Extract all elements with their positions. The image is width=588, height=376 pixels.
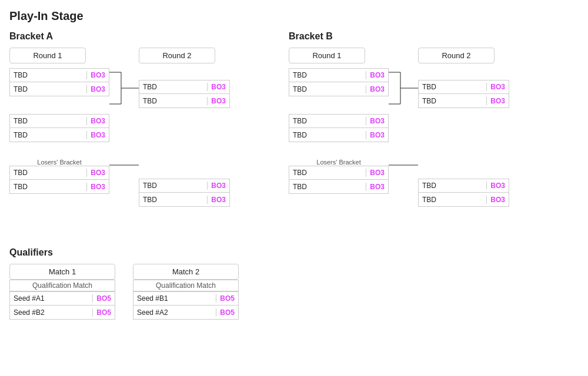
qualifier-match2-label: Match 2 [133, 264, 239, 280]
team-row: TBD BO3 [418, 193, 509, 207]
bo-badge: BO3 [486, 182, 509, 190]
bo-badge: BO3 [86, 183, 109, 191]
team-name: TBD [289, 71, 366, 79]
team-row: TBD BO3 [418, 179, 509, 193]
team-name: TBD [139, 83, 207, 91]
team-row: Seed #B2 BO5 [9, 306, 115, 320]
bo-badge: BO3 [86, 169, 109, 177]
bracket-a-lines [109, 65, 139, 230]
bracket-a-r1-match2: TBD BO3 TBD BO3 [9, 114, 109, 142]
team-row: TBD BO3 [9, 82, 109, 96]
bracket-b-round1-label: Round 1 [289, 48, 365, 63]
bo-badge: BO3 [366, 169, 388, 177]
bracket-a-label: Bracket A [9, 31, 230, 42]
bo-badge: BO3 [207, 83, 229, 91]
bo-badge: BO3 [207, 97, 229, 105]
bracket-a: Bracket A Round 1 TBD BO3 [9, 31, 230, 230]
team-row: TBD BO3 [139, 193, 230, 207]
bracket-b-r1-match2: TBD BO3 TBD BO3 [289, 114, 389, 142]
bracket-b-round2-label: Round 2 [418, 48, 495, 63]
bracket-b-lines [389, 65, 418, 230]
team-name: TBD [289, 169, 366, 177]
team-row: TBD BO3 [289, 128, 389, 142]
bo-badge: BO3 [86, 85, 109, 93]
bracket-b-losers-match: TBD BO3 TBD BO3 [289, 166, 389, 194]
team-name: Seed #B1 [133, 294, 216, 303]
bracket-a-r2-match1: TBD BO3 TBD BO3 [139, 80, 230, 108]
bo-badge: BO3 [366, 183, 388, 191]
team-name: Seed #A2 [133, 308, 216, 317]
qualifier-match1: Match 1 Qualification Match Seed #A1 BO5… [9, 264, 115, 320]
team-row: TBD BO3 [9, 180, 109, 194]
team-name: TBD [289, 117, 366, 125]
bo-badge: BO3 [86, 131, 109, 139]
bo-badge: BO3 [207, 196, 229, 204]
team-row: Seed #A2 BO5 [133, 306, 239, 320]
team-row: Seed #B1 BO5 [133, 291, 239, 306]
bo-badge: BO3 [366, 71, 388, 79]
bracket-b-r2-match1: TBD BO3 TBD BO3 [418, 80, 509, 108]
team-name: Seed #B2 [10, 308, 92, 317]
team-name: TBD [289, 183, 366, 191]
team-name: TBD [139, 196, 207, 204]
team-row: TBD BO3 [9, 114, 109, 128]
team-row: TBD BO3 [418, 94, 509, 108]
bo-badge: BO5 [92, 294, 115, 303]
team-row: TBD BO3 [289, 180, 389, 194]
team-row: TBD BO3 [139, 179, 230, 193]
team-row: Seed #A1 BO5 [9, 291, 115, 306]
qualifiers-label: Qualifiers [9, 247, 579, 258]
team-name: TBD [10, 183, 86, 191]
bracket-a-round1-label: Round 1 [9, 48, 86, 63]
team-name: TBD [10, 131, 86, 139]
bo-badge: BO5 [92, 308, 115, 317]
losers-bracket-label: Losers' Bracket [9, 159, 109, 166]
team-row: TBD BO3 [139, 94, 230, 108]
bo-badge: BO3 [366, 117, 388, 125]
qualifier-match1-sublabel: Qualification Match [9, 280, 115, 291]
team-name: TBD [419, 83, 486, 91]
bracket-a-r1-match1: TBD BO3 TBD BO3 [9, 68, 109, 96]
bracket-b-r2-match2: TBD BO3 TBD BO3 [418, 179, 509, 207]
bo-badge: BO3 [486, 196, 509, 204]
bo-badge: BO3 [86, 117, 109, 125]
bo-badge: BO3 [486, 97, 509, 105]
team-name: TBD [10, 169, 86, 177]
team-name: TBD [139, 182, 207, 190]
team-name: TBD [419, 196, 486, 204]
team-name: TBD [10, 85, 86, 93]
team-row: TBD BO3 [289, 114, 389, 128]
team-row: TBD BO3 [9, 128, 109, 142]
bo-badge: BO3 [366, 85, 388, 93]
team-name: TBD [419, 182, 486, 190]
bracket-b-label: Bracket B [289, 31, 509, 42]
bo-badge: BO5 [216, 294, 238, 303]
bracket-b-r1-match1: TBD BO3 TBD BO3 [289, 68, 389, 96]
qualifier-match2-sublabel: Qualification Match [133, 280, 239, 291]
bo-badge: BO3 [86, 71, 109, 79]
team-row: TBD BO3 [289, 82, 389, 96]
team-row: TBD BO3 [139, 80, 230, 94]
bracket-a-r2-match2: TBD BO3 TBD BO3 [139, 179, 230, 207]
team-name: TBD [139, 97, 207, 105]
team-row: TBD BO3 [9, 166, 109, 180]
bo-badge: BO5 [216, 308, 238, 317]
qualifiers-section: Qualifiers Match 1 Qualification Match S… [9, 247, 579, 320]
team-name: TBD [289, 131, 366, 139]
bo-badge: BO3 [207, 182, 229, 190]
bracket-a-round2-label: Round 2 [139, 48, 215, 63]
team-name: TBD [289, 85, 366, 93]
team-row: TBD BO3 [9, 68, 109, 82]
bracket-b-losers-label: Losers' Bracket [289, 159, 389, 166]
qualifier-match1-label: Match 1 [9, 264, 115, 280]
team-row: TBD BO3 [289, 68, 389, 82]
qualifier-match2: Match 2 Qualification Match Seed #B1 BO5… [133, 264, 239, 320]
team-row: TBD BO3 [289, 166, 389, 180]
bo-badge: BO3 [486, 83, 509, 91]
team-row: TBD BO3 [418, 80, 509, 94]
team-name: TBD [10, 117, 86, 125]
team-name: TBD [419, 97, 486, 105]
bracket-b: Bracket B Round 1 TBD BO3 TBD BO3 [289, 31, 509, 230]
team-name: TBD [10, 71, 86, 79]
page-title: Play-In Stage [9, 9, 579, 23]
